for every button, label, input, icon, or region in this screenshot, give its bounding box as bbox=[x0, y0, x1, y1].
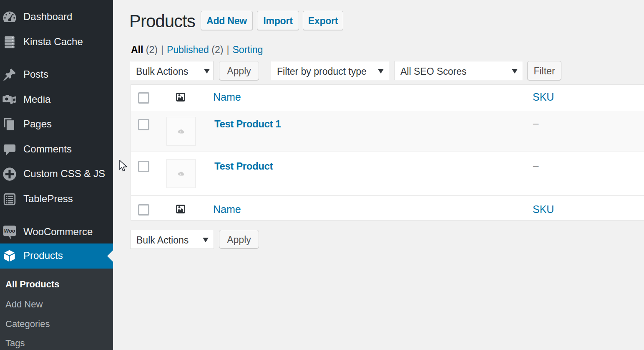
svg-text:Woo: Woo bbox=[4, 228, 15, 234]
